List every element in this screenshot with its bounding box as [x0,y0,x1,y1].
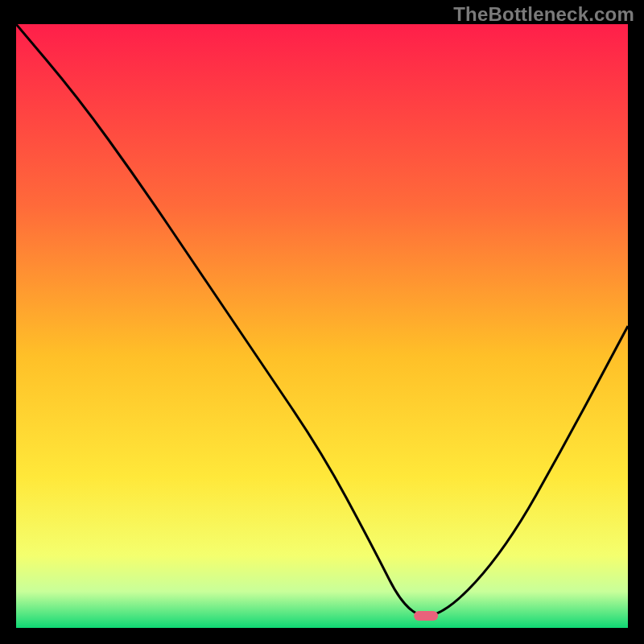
watermark-text: TheBottleneck.com [453,3,634,26]
gradient-backdrop [16,24,628,628]
chart-frame: TheBottleneck.com [0,0,644,644]
plot-area [16,24,628,628]
plot-svg [16,24,628,628]
optimal-marker [414,611,438,621]
